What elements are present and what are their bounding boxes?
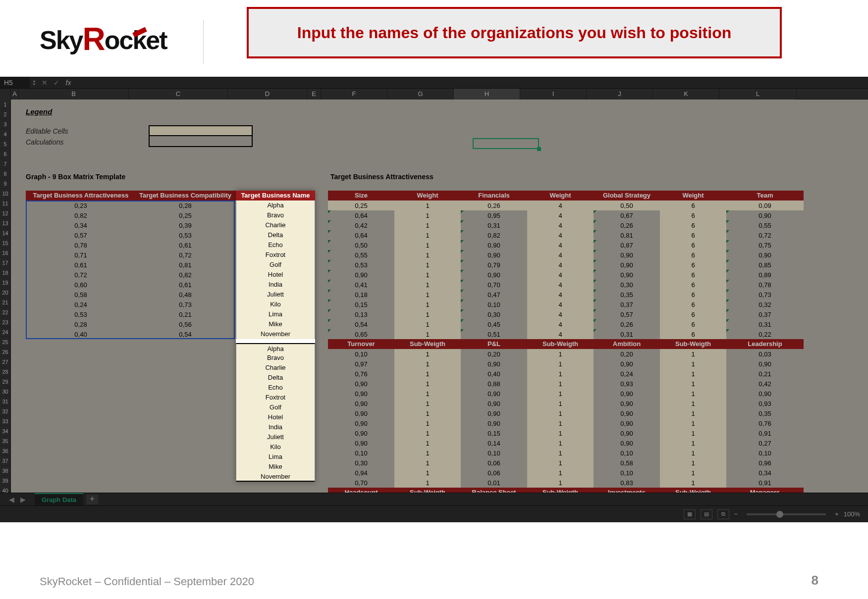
column-header-G[interactable]: G — [387, 89, 454, 100]
cell[interactable]: 0,72 — [726, 230, 804, 240]
cell[interactable]: 0,73 — [726, 290, 804, 300]
cell[interactable]: 0,90 — [594, 408, 660, 418]
cell[interactable]: 1 — [394, 408, 461, 418]
cell[interactable]: 0,57 — [594, 309, 660, 319]
zoom-slider[interactable] — [747, 513, 826, 515]
cell[interactable]: 6 — [660, 309, 726, 319]
cell[interactable]: 0,54 — [328, 319, 394, 329]
row-headers[interactable]: 1234567891011121314151617181920212223242… — [0, 100, 11, 496]
cell[interactable]: 1 — [394, 300, 461, 309]
cell[interactable]: 0,26 — [461, 200, 527, 210]
cell[interactable]: 1 — [394, 369, 461, 379]
cell[interactable]: 4 — [527, 220, 594, 230]
cell[interactable]: 0,97 — [328, 359, 394, 369]
cell[interactable]: 0,31 — [594, 329, 660, 339]
cell[interactable]: 0,90 — [328, 379, 394, 389]
cell[interactable]: 0,30 — [594, 280, 660, 290]
cell[interactable]: 4 — [527, 230, 594, 240]
worksheet[interactable]: Legend Editable Cells Calculations Graph… — [11, 100, 868, 493]
active-cell-handle[interactable] — [537, 147, 541, 151]
right-bottom-table[interactable]: 0,1010,2010,2010,030,9710,9010,9010,900,… — [328, 349, 804, 488]
business-name-cell[interactable]: Kilo — [236, 300, 315, 309]
cell[interactable]: 0,28 — [136, 200, 235, 210]
business-name-cell[interactable]: Mike — [236, 319, 315, 329]
cell[interactable]: 0,90 — [461, 399, 527, 408]
row-header-9[interactable]: 9 — [0, 179, 11, 189]
cell[interactable]: 1 — [394, 478, 461, 488]
business-name-cell[interactable]: Golf — [236, 260, 315, 270]
cell[interactable]: 0,65 — [328, 329, 394, 339]
cell[interactable]: 1 — [660, 369, 726, 379]
business-name-cell[interactable]: Juliett — [236, 432, 315, 442]
business-name-cell[interactable]: Golf — [236, 402, 315, 412]
row-header-3[interactable]: 3 — [0, 119, 11, 129]
cell[interactable]: 1 — [394, 379, 461, 389]
cell[interactable]: 4 — [527, 250, 594, 260]
cell[interactable]: 0,93 — [594, 379, 660, 389]
formula-bar[interactable]: H5 ▲▼ ✕ ✓ fx — [0, 77, 868, 89]
cell[interactable]: 0,27 — [726, 438, 804, 448]
cell[interactable]: 0,90 — [461, 240, 527, 250]
cell[interactable]: 0,40 — [26, 329, 136, 339]
cell[interactable]: 0,54 — [136, 329, 235, 339]
row-header-34[interactable]: 34 — [0, 426, 11, 436]
row-header-15[interactable]: 15 — [0, 238, 11, 248]
cell[interactable]: 4 — [527, 260, 594, 270]
sheet-tab-bar[interactable]: ◀ ▶ Graph Data + — [0, 493, 868, 505]
cell[interactable]: 6 — [660, 210, 726, 220]
view-pagelayout-icon[interactable]: ▤ — [701, 509, 712, 519]
cell[interactable]: 1 — [527, 369, 594, 379]
row-header-16[interactable]: 16 — [0, 248, 11, 258]
row-header-30[interactable]: 30 — [0, 387, 11, 397]
column-header-I[interactable]: I — [520, 89, 587, 100]
cell[interactable]: 0,25 — [328, 200, 394, 210]
cell[interactable]: 0,90 — [726, 250, 804, 260]
cell[interactable]: 1 — [660, 458, 726, 468]
row-header-22[interactable]: 22 — [0, 307, 11, 317]
business-name-cell[interactable]: Mike — [236, 462, 315, 472]
cell[interactable]: 1 — [394, 458, 461, 468]
cell[interactable]: 0,50 — [594, 200, 660, 210]
right-top-table[interactable]: 0,2510,2640,5060,090,6410,9540,6760,900,… — [328, 200, 804, 339]
cell[interactable]: 0,95 — [461, 210, 527, 220]
cell[interactable]: 4 — [527, 240, 594, 250]
row-header-20[interactable]: 20 — [0, 288, 11, 298]
cell[interactable]: 0,26 — [594, 220, 660, 230]
zoom-out-button[interactable]: − — [734, 510, 738, 518]
cell[interactable]: 0,34 — [26, 220, 136, 230]
cell[interactable]: 6 — [660, 240, 726, 250]
row-header-2[interactable]: 2 — [0, 109, 11, 119]
row-header-6[interactable]: 6 — [0, 149, 11, 159]
business-name-cell[interactable]: India — [236, 280, 315, 290]
cell[interactable]: 0,64 — [328, 210, 394, 220]
cell[interactable]: 0,90 — [461, 418, 527, 428]
column-headers[interactable]: ABCDEFGHIJKL — [0, 89, 868, 100]
row-header-14[interactable]: 14 — [0, 228, 11, 238]
highlighted-names-column[interactable]: Target Business NameAlphaBravoCharlieDel… — [236, 191, 315, 482]
row-header-7[interactable]: 7 — [0, 159, 11, 169]
cell[interactable]: 1 — [394, 359, 461, 369]
column-header-L[interactable]: L — [719, 89, 797, 100]
cell[interactable]: 0,35 — [726, 408, 804, 418]
column-header-corner[interactable] — [0, 89, 11, 100]
view-pagebreak-icon[interactable]: ⧉ — [717, 509, 729, 519]
cell[interactable]: 6 — [660, 300, 726, 309]
cell[interactable]: 1 — [660, 418, 726, 428]
row-header-25[interactable]: 25 — [0, 337, 11, 347]
business-name-cell[interactable]: Charlie — [236, 363, 315, 373]
business-name-cell[interactable]: Hotel — [236, 270, 315, 280]
cell[interactable]: 0,90 — [594, 359, 660, 369]
cell[interactable]: 1 — [394, 280, 461, 290]
cell[interactable]: 1 — [394, 448, 461, 458]
row-header-1[interactable]: 1 — [0, 100, 11, 109]
cell[interactable]: 0,42 — [726, 379, 804, 389]
cell[interactable]: 0,15 — [328, 300, 394, 309]
cell[interactable]: 4 — [527, 300, 594, 309]
cell[interactable]: 0,93 — [726, 399, 804, 408]
cell[interactable]: 0,15 — [461, 428, 527, 438]
cell[interactable]: 1 — [527, 379, 594, 389]
row-header-38[interactable]: 38 — [0, 466, 11, 476]
cell[interactable]: 6 — [660, 260, 726, 270]
cell[interactable]: 0,30 — [461, 309, 527, 319]
row-header-28[interactable]: 28 — [0, 367, 11, 377]
